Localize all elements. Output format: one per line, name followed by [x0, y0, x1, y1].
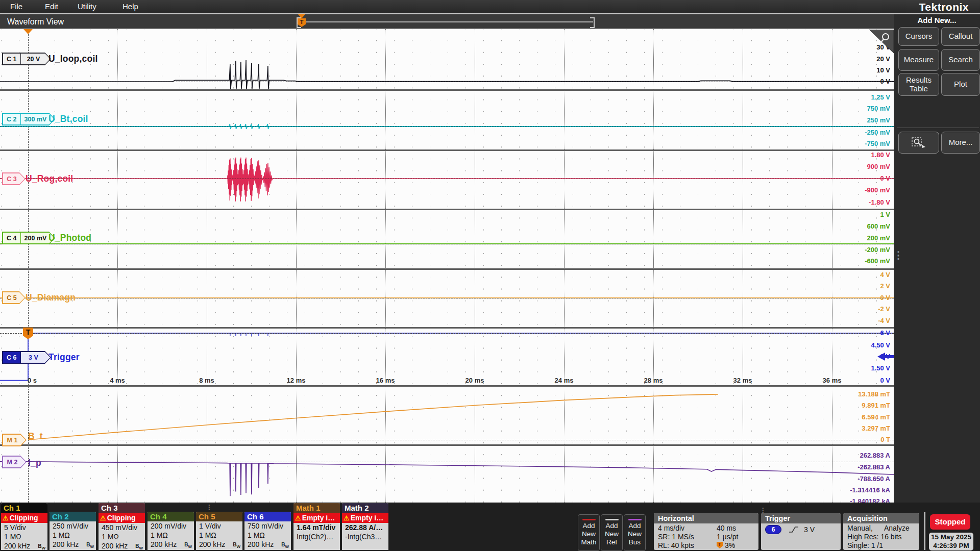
rising-edge-icon	[789, 526, 799, 533]
axis-label-c4: 200 mV	[0, 234, 890, 242]
results-badge-math1[interactable]: Math 1⚠Empty i…1.64 mT/divIntg(Ch2)…	[293, 503, 340, 550]
results-badge-ch3[interactable]: Ch 3⚠Clipping450 mV/div1 MΩ200 kHzBW	[99, 503, 145, 550]
results-badge-ch1[interactable]: Ch 1⚠Clipping5 V/div1 MΩ200 kHzBW	[1, 503, 47, 550]
results-badge-ch6[interactable]: Ch 6750 mV/div1 MΩ200 kHzBW	[244, 512, 291, 550]
side-panel-divider	[897, 128, 979, 128]
badge-title: Ch 1	[1, 503, 47, 513]
zoom-select-button[interactable]	[898, 132, 939, 154]
bandwidth-limit-icon: BW	[86, 540, 94, 550]
badge-row: 200 kHzBW	[148, 540, 194, 549]
channel-name-c6: Trigger	[48, 351, 80, 364]
record-view-bar[interactable]	[301, 21, 593, 22]
axis-label-c5: 2 V	[0, 282, 890, 290]
badge-row: 1 MΩ	[1, 532, 47, 541]
menu-utility[interactable]: Utility	[78, 0, 96, 13]
add-new-ref-button[interactable]: AddNewRef	[601, 514, 623, 551]
time-label: 24 ms	[555, 377, 574, 384]
horizontal-scale: 4 ms/div	[658, 524, 717, 532]
slice-separator	[0, 89, 894, 91]
channel-badge-c2[interactable]: C 2300 mV	[2, 113, 55, 126]
axis-label-c6: 0 V	[0, 377, 890, 384]
axis-label-m1: 3.297 mT	[0, 424, 890, 432]
zoom-select-icon	[911, 136, 926, 149]
panel-resize-handle[interactable]: ⋮	[893, 253, 903, 258]
add-new-bus-button[interactable]: AddNewBus	[624, 514, 646, 551]
warning-text: Clipping	[10, 514, 38, 522]
results-badge-ch5[interactable]: Ch 51 V/div1 MΩ200 kHzBW	[196, 512, 242, 550]
acquisition-panel[interactable]: Acquisition Manual, Analyze High Res: 16…	[843, 513, 919, 550]
horizontal-panel[interactable]: Horizontal 4 ms/div 40 ms SR: 1 MS/s 1 µ…	[654, 513, 758, 550]
draw-a-box-zoom-button[interactable]	[867, 30, 894, 55]
channel-badge-c4[interactable]: C 4200 mV	[2, 232, 55, 244]
axis-label-c6: 4.50 V	[0, 341, 890, 349]
axis-label-c2: -250 mV	[0, 129, 890, 136]
waveform-grid: 30 V20 V10 V0 V1.25 V750 mV250 mV-250 mV…	[0, 29, 894, 503]
datetime-display: 15 May 2025 4:26:39 PM	[929, 533, 973, 550]
stripe	[582, 519, 596, 520]
axis-label-c4: 600 mV	[0, 222, 890, 230]
badge-row: 262.88 A/…	[342, 523, 388, 532]
side-button-cursors[interactable]: Cursors	[898, 27, 939, 46]
badge-title: Ch 2	[50, 512, 96, 521]
badge-row: 200 kHzBW	[50, 540, 96, 549]
side-button-measure[interactable]: Measure	[898, 49, 939, 71]
axis-label-c2: -750 mV	[0, 140, 890, 147]
trigger-position-icon: T	[717, 542, 723, 548]
bandwidth-limit-icon: BW	[281, 540, 289, 550]
side-button-callout[interactable]: Callout	[941, 27, 980, 46]
axis-label-c1: 10 V	[0, 66, 890, 74]
axis-label-c3: 900 mV	[0, 163, 890, 170]
waveform-view-title: Waveform View	[7, 14, 64, 29]
side-button-plot[interactable]: Plot	[941, 73, 980, 96]
channel-name-c2: U_Bt,coil	[48, 113, 88, 126]
badge-title: Math 2	[342, 503, 388, 513]
side-button-search[interactable]: Search	[941, 49, 980, 71]
tektronix-logo: Tektronix	[919, 1, 969, 13]
warning-text: Empty i…	[302, 514, 335, 522]
warning-icon: ⚠	[3, 514, 9, 522]
menu-file[interactable]: File	[10, 0, 22, 13]
axis-label-m2: -262.883 A	[0, 463, 890, 471]
time-label: 12 ms	[287, 377, 306, 384]
badge-row: 200 mV/div	[148, 521, 194, 531]
run-stop-status[interactable]: Stopped	[930, 514, 970, 530]
time-label: 28 ms	[644, 377, 663, 384]
time-label: 4 ms	[110, 377, 125, 384]
acquisition-analyze: Analyze	[884, 524, 910, 532]
channel-name-m1: B_t	[28, 430, 43, 443]
side-button-results-table[interactable]: Results Table	[898, 73, 939, 96]
add-new-math-button[interactable]: AddNewMath	[578, 514, 600, 551]
stripe	[605, 519, 619, 520]
slice-separator	[0, 327, 894, 329]
badge-title: Ch 5	[196, 512, 242, 521]
badge-row: Intg(Ch2)…	[293, 532, 340, 541]
axis-label-m2: -788.650 A	[0, 475, 890, 483]
menu-help[interactable]: Help	[122, 0, 138, 13]
results-bar-handle[interactable]: ⋮	[206, 504, 212, 511]
zero-reference-line	[0, 462, 894, 462]
slice-separator	[0, 444, 894, 446]
bandwidth-limit-icon: BW	[38, 542, 45, 550]
results-badge-ch2[interactable]: Ch 2250 mV/div1 MΩ200 kHzBW	[50, 512, 96, 550]
axis-label-c1: 30 V	[0, 43, 890, 51]
waveform-view-tabbar: Waveform View T	[0, 14, 894, 29]
results-bar-handle[interactable]: ⋮	[760, 507, 766, 514]
channel-badge-c1[interactable]: C 120 V	[2, 53, 51, 65]
trigger-position: 3%	[725, 541, 735, 549]
trigger-level-arrow[interactable]	[877, 352, 894, 362]
time-label: 0 s	[28, 377, 37, 384]
badge-row: 450 mV/div	[99, 523, 145, 532]
axis-label-c3: 1.80 V	[0, 151, 890, 159]
axis-label-c5: -2 V	[0, 305, 890, 313]
results-badge-ch4[interactable]: Ch 4200 mV/div1 MΩ200 kHzBW	[148, 512, 194, 550]
menu-edit[interactable]: Edit	[45, 0, 58, 13]
badge-row: 1 MΩ	[196, 531, 242, 540]
badge-id: C 3	[3, 173, 25, 185]
time-label: 16 ms	[376, 377, 395, 384]
badge-row: 200 kHzBW	[244, 540, 291, 549]
axis-label-c6: 6 V	[0, 329, 890, 337]
trigger-panel[interactable]: Trigger 6 3 V	[761, 513, 841, 550]
side-button-more[interactable]: More...	[941, 132, 980, 154]
channel-badge-c6[interactable]: C 63 V	[2, 351, 51, 364]
results-badge-math2[interactable]: Math 2⚠Empty i…262.88 A/…-Intg(Ch3…	[342, 503, 388, 550]
